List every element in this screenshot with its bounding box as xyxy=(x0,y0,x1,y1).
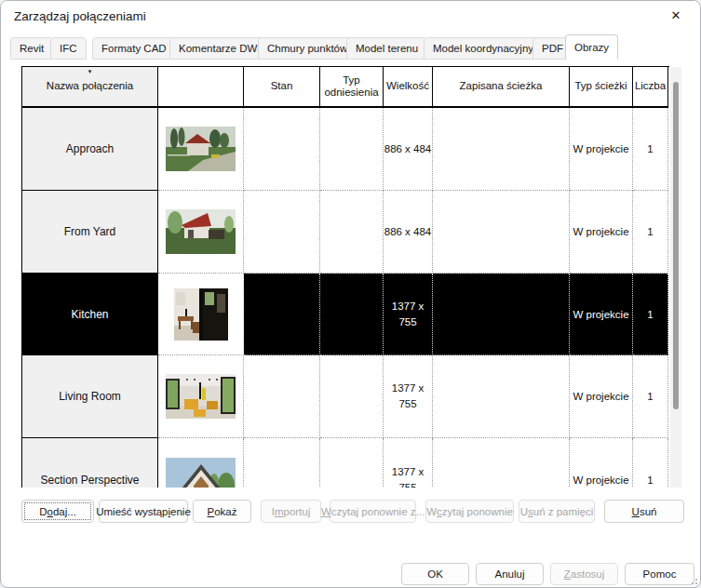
row-reference-type-cell[interactable] xyxy=(320,355,384,438)
place-instance-button[interactable]: Umieść wystąpienie xyxy=(99,500,188,523)
row-size-cell[interactable]: 1377 x 755 xyxy=(384,355,433,438)
row-reference-type-cell[interactable] xyxy=(320,274,384,355)
table-row-living-room[interactable]: Living Room 1377 x 755 xyxy=(22,355,669,438)
table-row-kitchen[interactable]: Kitchen 1377 x 755 xyxy=(22,274,669,355)
column-header-count[interactable]: Liczba xyxy=(633,67,668,108)
row-name-cell[interactable]: Section Perspective xyxy=(22,438,158,488)
row-saved-path-cell[interactable] xyxy=(433,355,570,438)
reload-from-button: Wczytaj ponownie z... xyxy=(330,500,416,523)
row-size-cell[interactable]: 1377 x 755 xyxy=(384,274,433,355)
row-path-type-cell[interactable]: W projekcie xyxy=(570,355,633,438)
row-status-cell[interactable] xyxy=(244,108,320,191)
manage-links-dialog: Zarządzaj połączeniami ✕ Revit IFC Forma… xyxy=(0,0,701,588)
show-button[interactable]: Pokaż xyxy=(193,500,251,523)
row-name-cell[interactable]: From Yard xyxy=(22,191,158,274)
tab-chmury-punktow[interactable]: Chmury punktów xyxy=(258,37,357,60)
row-count-cell[interactable]: 1 xyxy=(633,355,668,438)
row-status-cell[interactable] xyxy=(244,191,320,274)
table-header-row: ▾ Nazwa połączenia Stan Typ odniesienia … xyxy=(22,67,669,108)
row-thumbnail-kitchen[interactable] xyxy=(158,274,244,355)
scrollbar-thumb[interactable] xyxy=(673,82,679,409)
living-room-thumbnail-image xyxy=(166,374,236,419)
link-actions-toolbar: Dodaj... Umieść wystąpienie Pokaż Import… xyxy=(21,500,681,523)
help-button[interactable]: Pomoc xyxy=(625,563,694,585)
row-size-cell[interactable]: 886 x 484 xyxy=(384,108,433,191)
tab-revit[interactable]: Revit xyxy=(10,37,53,60)
tab-model-koordynacyjny[interactable]: Model koordynacyjny xyxy=(424,37,543,60)
row-count-cell[interactable]: 1 xyxy=(633,438,668,488)
row-saved-path-cell[interactable] xyxy=(433,438,570,488)
row-count-cell[interactable]: 1 xyxy=(633,108,668,191)
row-name-cell[interactable]: Approach xyxy=(22,108,158,191)
column-header-saved-path[interactable]: Zapisana ścieżka xyxy=(433,67,570,108)
table-row-section-perspective[interactable]: Section Perspective 1377 x 755 W projekc… xyxy=(22,438,669,488)
remove-button[interactable]: Usuń xyxy=(604,500,684,523)
kitchen-thumbnail-image xyxy=(174,288,228,341)
reload-button: Wczytaj ponownie xyxy=(425,500,514,523)
section-perspective-thumbnail-image xyxy=(166,458,236,488)
row-status-cell[interactable] xyxy=(244,274,320,355)
row-path-type-cell[interactable]: W projekcie xyxy=(570,191,633,274)
tab-strip: Revit IFC Formaty CAD Komentarze DWF Chm… xyxy=(10,34,696,60)
cancel-button[interactable]: Anuluj xyxy=(476,563,544,585)
apply-button: Zastosuj xyxy=(550,563,618,585)
add-button[interactable]: Dodaj... xyxy=(21,500,94,523)
tab-ifc[interactable]: IFC xyxy=(50,37,87,60)
tab-obrazy[interactable]: Obrazy xyxy=(565,34,618,60)
vertical-scrollbar[interactable] xyxy=(670,67,681,488)
row-reference-type-cell[interactable] xyxy=(320,108,384,191)
row-name-cell[interactable]: Kitchen xyxy=(22,274,158,355)
row-thumbnail-living-room[interactable] xyxy=(158,355,244,438)
column-header-size[interactable]: Wielkość xyxy=(384,67,433,108)
tab-model-terenu[interactable]: Model terenu xyxy=(346,37,427,60)
row-saved-path-cell[interactable] xyxy=(433,274,570,355)
row-thumbnail-approach[interactable] xyxy=(158,108,244,191)
column-header-reference-type[interactable]: Typ odniesienia xyxy=(320,67,384,108)
resize-grip[interactable] xyxy=(688,575,697,584)
title-bar: Zarządzaj połączeniami ✕ xyxy=(1,1,700,31)
links-table: ▾ Nazwa połączenia Stan Typ odniesienia … xyxy=(21,66,669,488)
unload-button: Usuń z pamięci xyxy=(519,500,595,523)
row-saved-path-cell[interactable] xyxy=(433,108,570,191)
row-count-cell[interactable]: 1 xyxy=(633,191,668,274)
column-header-path-type[interactable]: Typ ścieżki xyxy=(570,67,633,108)
row-reference-type-cell[interactable] xyxy=(320,191,384,274)
row-path-type-cell[interactable]: W projekcie xyxy=(570,274,633,355)
row-status-cell[interactable] xyxy=(244,355,320,438)
row-count-cell[interactable]: 1 xyxy=(633,274,668,355)
column-header-status[interactable]: Stan xyxy=(244,67,320,108)
row-size-cell[interactable]: 886 x 484 xyxy=(384,191,433,274)
table-row-from-yard[interactable]: From Yard 886 x 484 W projekcie 1 xyxy=(22,191,669,274)
row-saved-path-cell[interactable] xyxy=(433,191,570,274)
row-thumbnail-section-perspective[interactable] xyxy=(158,438,244,488)
close-icon[interactable]: ✕ xyxy=(663,6,689,26)
row-reference-type-cell[interactable] xyxy=(320,438,384,488)
approach-thumbnail-image xyxy=(166,127,236,171)
tab-formaty-cad[interactable]: Formaty CAD xyxy=(92,37,176,60)
row-size-cell[interactable]: 1377 x 755 xyxy=(384,438,433,488)
dialog-footer: OK Anuluj Zastosuj Pomoc xyxy=(401,563,694,585)
table-row-approach[interactable]: Approach 886 x 484 W projekcie 1 xyxy=(22,108,669,191)
import-button: Importuj xyxy=(261,500,321,523)
row-path-type-cell[interactable]: W projekcie xyxy=(570,108,633,191)
row-name-cell[interactable]: Living Room xyxy=(22,355,158,438)
row-thumbnail-from-yard[interactable] xyxy=(158,191,244,274)
row-path-type-cell[interactable]: W projekcie xyxy=(570,438,633,488)
sort-indicator-icon[interactable]: ▾ xyxy=(88,68,92,74)
column-header-thumbnail[interactable] xyxy=(158,67,244,108)
ok-button[interactable]: OK xyxy=(401,563,469,585)
from-yard-thumbnail-image xyxy=(166,209,236,254)
column-header-name[interactable]: ▾ Nazwa połączenia xyxy=(22,67,158,108)
dialog-title: Zarządzaj połączeniami xyxy=(14,9,146,23)
row-status-cell[interactable] xyxy=(244,438,320,488)
